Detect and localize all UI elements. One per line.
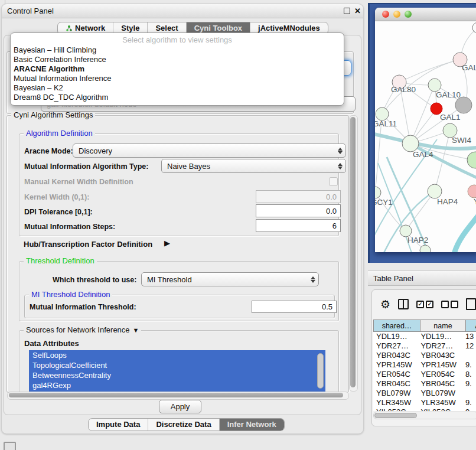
list-item[interactable]: gal4RGexp xyxy=(29,380,325,390)
table-rows[interactable]: YDL19…YDL19…13 YDR27…YDR27…12 YBR043CYBR… xyxy=(373,332,476,411)
node-label: Y xyxy=(474,197,476,206)
node-pink-y[interactable] xyxy=(468,185,476,198)
gear-icon[interactable]: ⚙ xyxy=(380,299,390,310)
algorithm-option[interactable]: Mutual Information Inference xyxy=(11,74,344,83)
settings-hscrollbar-thumb[interactable] xyxy=(9,393,343,397)
list-item[interactable]: SelfLoops xyxy=(29,350,325,360)
table-panel-titlebar: Table Panel xyxy=(368,270,476,286)
expand-arrow-icon[interactable]: ▶ xyxy=(164,239,170,247)
algorithm-option[interactable]: Basic Correlation Inference xyxy=(11,55,344,64)
dpi-tolerance-field[interactable]: 0.0 xyxy=(256,204,341,217)
mac-minimize-icon[interactable] xyxy=(393,11,400,18)
tab-discretize-data[interactable]: Discretize Data xyxy=(148,419,219,431)
aracne-mode-label: Aracne Mode: xyxy=(24,147,73,155)
stepper-arrows-icon xyxy=(335,159,345,172)
float-panel-icon[interactable] xyxy=(344,8,350,14)
column-header-partial[interactable]: A xyxy=(465,319,476,332)
node-label: HAP4 xyxy=(437,197,458,206)
table-row[interactable]: YIL052CYIL052C9. xyxy=(373,407,476,411)
list-item[interactable]: TopologicalCoefficient xyxy=(29,360,325,370)
control-panel-titlebar: Control Panel ✕ xyxy=(2,4,363,18)
dpi-tolerance-label: DPI Tolerance [0,1]: xyxy=(24,208,93,216)
algorithm-option-aracne[interactable]: ARACNE Algorithm xyxy=(11,64,344,74)
table-row[interactable]: YER054CYER054C8. xyxy=(373,370,476,379)
which-threshold-combobox[interactable]: MI Threshold xyxy=(141,272,319,286)
table-row[interactable]: YDR27…YDR27…12 xyxy=(373,341,476,351)
stepper-arrows-icon xyxy=(335,144,345,157)
which-threshold-label: Which threshold to use: xyxy=(53,276,136,284)
table-row[interactable]: YBL079WYBL079W xyxy=(373,389,476,398)
mi-steps-field[interactable]: 6 xyxy=(256,219,341,232)
manual-kernel-width-label: Manual Kernel Width Definition xyxy=(24,178,133,186)
mi-threshold-field[interactable]: 0.5 xyxy=(252,301,337,313)
page-icon[interactable] xyxy=(466,298,476,310)
node-label: GCY1 xyxy=(375,198,393,207)
sources-title: Sources for Network Inference xyxy=(26,326,130,334)
node-gcy1[interactable] xyxy=(375,187,381,198)
settings-hscrollbar-track[interactable] xyxy=(7,392,349,400)
node[interactable] xyxy=(467,152,476,168)
settings-vscrollbar-thumb[interactable] xyxy=(350,117,356,387)
table-hscrollbar-track[interactable] xyxy=(373,412,476,419)
node-label: GAL4 xyxy=(413,150,433,159)
node-label: GAL11 xyxy=(375,119,397,128)
node-hap2[interactable] xyxy=(400,225,412,237)
algorithm-option[interactable]: Bayesian – Hill Climbing xyxy=(11,45,344,55)
table-row[interactable]: YDL19…YDL19…13 xyxy=(373,332,476,341)
table-toolbar: ⚙ ✓✓ xyxy=(372,290,476,318)
close-panel-icon[interactable]: ✕ xyxy=(354,6,361,15)
mi-threshold-definition-group: MI Threshold Definition Mutual Informati… xyxy=(24,295,335,318)
mac-zoom-icon[interactable] xyxy=(405,11,412,18)
mac-close-icon[interactable] xyxy=(382,11,389,18)
data-attributes-list[interactable]: SelfLoops TopologicalCoefficient Between… xyxy=(29,350,325,392)
table-row[interactable]: YPR145WYPR145W9. xyxy=(373,360,476,370)
algorithm-dropdown-popup: Select algorithm to view settings Bayesi… xyxy=(10,32,344,106)
network-window[interactable]: GAL GAL80 GAL10 GAL1 GAL11 SWI4 GAL4 GCY… xyxy=(375,8,476,252)
aracne-mode-combobox[interactable]: Discovery xyxy=(73,144,346,158)
network-window-titlebar[interactable] xyxy=(375,8,476,21)
node[interactable] xyxy=(420,245,431,252)
select-all-columns-icon[interactable]: ✓✓ xyxy=(416,301,433,308)
node-gal4[interactable] xyxy=(402,135,419,152)
threshold-definition-title: Threshold Definition xyxy=(24,257,97,265)
column-header-name[interactable]: name xyxy=(420,319,465,332)
algorithm-definition-group: Algorithm Definition Aracne Mode: Discov… xyxy=(19,133,339,236)
table-row[interactable]: YBR045CYBR045C9. xyxy=(373,379,476,389)
node-gal11[interactable] xyxy=(376,107,389,120)
column-header-shared-name[interactable]: shared… xyxy=(373,319,420,332)
node-gal10[interactable] xyxy=(428,79,441,92)
tab-infer-network[interactable]: Infer Network xyxy=(219,419,284,431)
mi-threshold-definition-title: MI Threshold Definition xyxy=(29,291,112,299)
sources-title-row: Sources for Network Inference ▼ xyxy=(24,326,141,334)
list-vertical-scrollbar[interactable] xyxy=(317,353,324,389)
mi-algorithm-type-combobox[interactable]: Naive Bayes xyxy=(161,159,346,173)
manual-kernel-width-checkbox[interactable] xyxy=(329,177,338,186)
screen: Control Panel ✕ Network Style Select Cyn… xyxy=(0,0,476,450)
node-gray[interactable] xyxy=(455,97,472,113)
node-label: HAP2 xyxy=(407,236,428,244)
split-columns-icon[interactable] xyxy=(398,299,409,309)
node-label: GAL xyxy=(462,63,476,72)
hub-definition-label: Hub/Transcription Factor Definition xyxy=(24,240,152,249)
sources-group: Sources for Network Inference ▼ Data Att… xyxy=(19,330,339,393)
network-view-panel[interactable]: GAL GAL80 GAL10 GAL1 GAL11 SWI4 GAL4 GCY… xyxy=(368,3,476,263)
kernel-width-field[interactable]: 0.0 xyxy=(256,190,341,203)
algorithm-option[interactable]: Dream8 DC_TDC Algorithm xyxy=(11,93,344,102)
table-header-row: shared… name A xyxy=(373,319,476,332)
minimized-panel-icon[interactable] xyxy=(4,442,16,450)
node-hap4[interactable] xyxy=(428,184,442,198)
list-item[interactable]: BetweennessCentrality xyxy=(29,370,325,380)
tab-impute-data[interactable]: Impute Data xyxy=(89,419,148,431)
collapse-arrow-icon[interactable]: ▼ xyxy=(133,326,139,334)
cyni-algorithm-settings-title: Cyni Algorithm Settings xyxy=(11,111,95,119)
table-row[interactable]: YLR345WYLR345W9. xyxy=(373,398,476,407)
table-hscrollbar-thumb[interactable] xyxy=(374,413,417,418)
control-panel-title: Control Panel xyxy=(7,6,54,15)
settings-vscrollbar-track[interactable] xyxy=(349,115,358,392)
algorithm-option[interactable]: Bayesian – K2 xyxy=(11,83,344,93)
table-row[interactable]: YBR043CYBR043C xyxy=(373,351,476,360)
apply-button[interactable]: Apply xyxy=(159,400,201,413)
network-canvas[interactable]: GAL GAL80 GAL10 GAL1 GAL11 SWI4 GAL4 GCY… xyxy=(375,21,476,252)
deselect-all-columns-icon[interactable] xyxy=(441,301,458,308)
node-label: GAL1 xyxy=(440,113,461,122)
